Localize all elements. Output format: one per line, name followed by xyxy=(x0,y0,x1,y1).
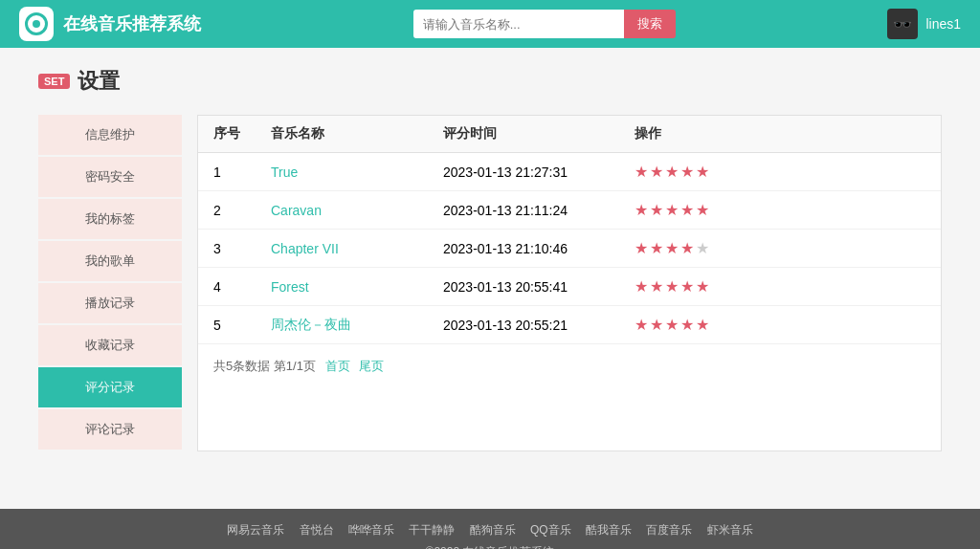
logo-box xyxy=(19,7,54,41)
footer: 网易云音乐 音悦台 哗哗音乐 干干静静 酷狗音乐 QQ音乐 酷我音乐 百度音乐 … xyxy=(0,509,980,549)
col-header-name: 音乐名称 xyxy=(271,125,443,143)
footer-link[interactable]: 酷狗音乐 xyxy=(470,523,516,537)
footer-link[interactable]: 网易云音乐 xyxy=(227,523,284,537)
star-rating: ★★★★★ xyxy=(635,239,788,257)
table-header: 序号 音乐名称 评分时间 操作 xyxy=(198,116,941,153)
search-input[interactable] xyxy=(413,10,624,38)
sidebar-item-info[interactable]: 信息维护 xyxy=(38,115,182,155)
footer-link[interactable]: QQ音乐 xyxy=(530,523,571,537)
first-page-link[interactable]: 首页 xyxy=(325,359,350,373)
last-page-link[interactable]: 尾页 xyxy=(359,359,384,373)
sidebar-item-comments[interactable]: 评论记录 xyxy=(38,409,182,450)
footer-links: 网易云音乐 音悦台 哗哗音乐 干干静静 酷狗音乐 QQ音乐 酷我音乐 百度音乐 … xyxy=(0,522,980,538)
rating-time: 2023-01-13 21:27:31 xyxy=(443,165,635,180)
footer-link[interactable]: 百度音乐 xyxy=(646,523,692,537)
username: lines1 xyxy=(925,16,961,32)
search-area: 搜索 xyxy=(413,10,676,38)
col-header-id: 序号 xyxy=(213,125,271,143)
header-left: 在线音乐推荐系统 xyxy=(19,7,201,41)
table-row: 3 Chapter VII 2023-01-13 21:10:46 ★★★★★ xyxy=(198,230,941,268)
site-title: 在线音乐推荐系统 xyxy=(63,12,201,35)
layout: 信息维护 密码安全 我的标签 我的歌单 播放记录 收藏记录 评分记录 评论记录 … xyxy=(38,115,942,451)
song-link[interactable]: Forest xyxy=(271,279,443,295)
pagination-summary: 共5条数据 第1/1页 xyxy=(213,359,316,373)
rating-time: 2023-01-13 21:11:24 xyxy=(443,203,635,218)
table-row: 4 Forest 2023-01-13 20:55:41 ★★★★★ xyxy=(198,268,941,306)
footer-link[interactable]: 干干静静 xyxy=(409,523,455,537)
avatar: 🕶️ xyxy=(887,9,918,39)
song-link[interactable]: Chapter VII xyxy=(271,241,443,256)
song-link[interactable]: Caravan xyxy=(271,203,443,218)
search-button[interactable]: 搜索 xyxy=(624,10,676,38)
set-badge: SET xyxy=(38,74,70,89)
page-title: 设置 xyxy=(78,67,120,96)
footer-link[interactable]: 酷我音乐 xyxy=(586,523,632,537)
footer-copyright: ©2022 在线音乐推荐系统 xyxy=(0,544,980,549)
sidebar-item-tags[interactable]: 我的标签 xyxy=(38,199,182,239)
header: 在线音乐推荐系统 搜索 🕶️ lines1 xyxy=(0,0,980,48)
row-id: 5 xyxy=(213,318,271,333)
sidebar-item-favorites[interactable]: 收藏记录 xyxy=(38,325,182,365)
rating-time: 2023-01-13 20:55:41 xyxy=(443,279,635,295)
table-row: 2 Caravan 2023-01-13 21:11:24 ★★★★★ xyxy=(198,191,941,230)
sidebar: 信息维护 密码安全 我的标签 我的歌单 播放记录 收藏记录 评分记录 评论记录 xyxy=(38,115,182,451)
song-link[interactable]: 周杰伦－夜曲 xyxy=(271,317,443,334)
page-header: SET 设置 xyxy=(38,67,942,96)
table-row: 1 True 2023-01-13 21:27:31 ★★★★★ xyxy=(198,153,941,191)
song-link[interactable]: True xyxy=(271,165,443,180)
footer-link[interactable]: 哗哗音乐 xyxy=(348,523,394,537)
table-area: 序号 音乐名称 评分时间 操作 1 True 2023-01-13 21:27:… xyxy=(197,115,942,451)
footer-link[interactable]: 音悦台 xyxy=(300,523,334,537)
footer-link[interactable]: 虾米音乐 xyxy=(707,523,753,537)
sidebar-item-ratings[interactable]: 评分记录 xyxy=(38,367,182,407)
rating-time: 2023-01-13 20:55:21 xyxy=(443,318,635,333)
row-id: 2 xyxy=(213,203,271,218)
pagination: 共5条数据 第1/1页 首页 尾页 xyxy=(198,344,941,388)
sidebar-item-playlist[interactable]: 我的歌单 xyxy=(38,241,182,281)
table-row: 5 周杰伦－夜曲 2023-01-13 20:55:21 ★★★★★ xyxy=(198,306,941,344)
sidebar-item-password[interactable]: 密码安全 xyxy=(38,157,182,197)
star-rating: ★★★★★ xyxy=(635,201,788,219)
star-rating: ★★★★★ xyxy=(635,277,788,296)
col-header-time: 评分时间 xyxy=(443,125,635,143)
row-id: 4 xyxy=(213,279,271,295)
main-content: SET 设置 信息维护 密码安全 我的标签 我的歌单 播放记录 收藏记录 评分记… xyxy=(0,48,980,471)
header-right: 🕶️ lines1 xyxy=(887,9,961,39)
music-icon xyxy=(25,12,48,35)
col-header-action: 操作 xyxy=(635,125,788,143)
rating-time: 2023-01-13 21:10:46 xyxy=(443,241,635,256)
star-rating: ★★★★★ xyxy=(635,316,788,334)
row-id: 1 xyxy=(213,165,271,180)
row-id: 3 xyxy=(213,241,271,256)
sidebar-item-play-history[interactable]: 播放记录 xyxy=(38,283,182,323)
star-rating: ★★★★★ xyxy=(635,163,788,181)
